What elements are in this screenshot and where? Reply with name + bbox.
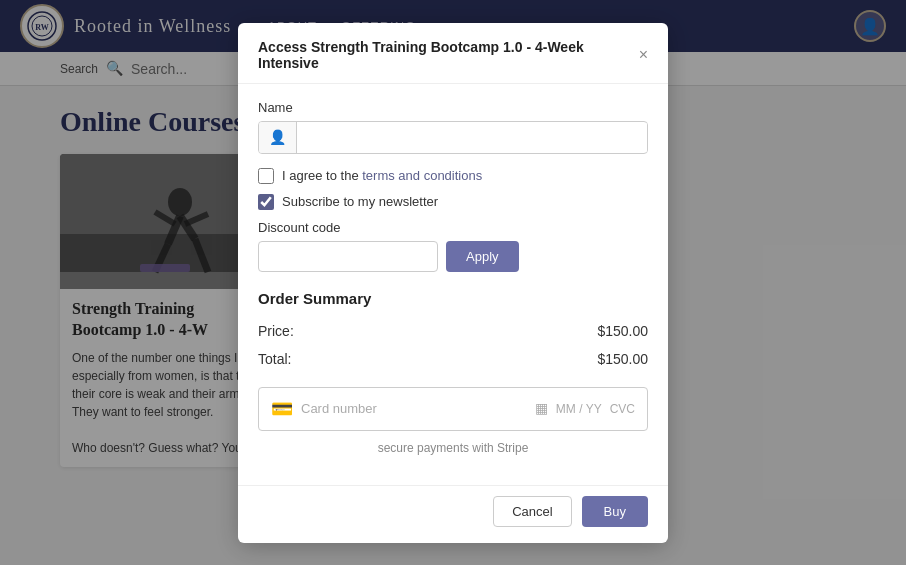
modal: Access Strength Training Bootcamp 1.0 - … [238, 23, 668, 543]
modal-overlay: Access Strength Training Bootcamp 1.0 - … [0, 0, 906, 565]
name-input[interactable] [297, 123, 647, 152]
card-cvc: CVC [610, 402, 635, 416]
terms-checkbox[interactable] [258, 168, 274, 184]
buy-button[interactable]: Buy [582, 496, 648, 527]
discount-input[interactable] [258, 241, 438, 272]
discount-input-row: Apply [258, 241, 648, 272]
price-value: $150.00 [597, 323, 648, 339]
card-expiry: MM / YY [556, 402, 602, 416]
newsletter-checkbox[interactable] [258, 194, 274, 210]
modal-header: Access Strength Training Bootcamp 1.0 - … [238, 23, 668, 84]
name-icon: 👤 [259, 122, 297, 153]
total-row: Total: $150.00 [258, 345, 648, 373]
newsletter-row: Subscribe to my newsletter [258, 194, 648, 210]
card-expiry-cvc: MM / YY CVC [556, 402, 635, 416]
newsletter-label: Subscribe to my newsletter [282, 194, 438, 209]
name-input-group: 👤 [258, 121, 648, 154]
terms-label: I agree to the terms and conditions [282, 168, 482, 183]
card-input-row[interactable]: 💳 Card number ▦ MM / YY CVC [258, 387, 648, 431]
apply-button[interactable]: Apply [446, 241, 519, 272]
terms-link[interactable]: terms and conditions [362, 168, 482, 183]
order-summary-title: Order Summary [258, 290, 648, 307]
modal-title: Access Strength Training Bootcamp 1.0 - … [258, 39, 639, 71]
card-icon2: ▦ [535, 400, 548, 417]
modal-close-button[interactable]: × [639, 47, 648, 63]
total-label: Total: [258, 351, 291, 367]
cancel-button[interactable]: Cancel [493, 496, 571, 527]
modal-body: Name 👤 I agree to the terms and conditio… [238, 84, 668, 485]
discount-row: Discount code Apply [258, 220, 648, 272]
price-label: Price: [258, 323, 294, 339]
card-number-placeholder: Card number [301, 401, 527, 416]
order-summary: Order Summary Price: $150.00 Total: $150… [258, 290, 648, 373]
card-icon: 💳 [271, 398, 293, 420]
stripe-note: secure payments with Stripe [258, 441, 648, 455]
discount-label: Discount code [258, 220, 648, 235]
total-value: $150.00 [597, 351, 648, 367]
name-label: Name [258, 100, 648, 115]
price-row: Price: $150.00 [258, 317, 648, 345]
terms-row: I agree to the terms and conditions [258, 168, 648, 184]
modal-footer: Cancel Buy [238, 485, 668, 543]
